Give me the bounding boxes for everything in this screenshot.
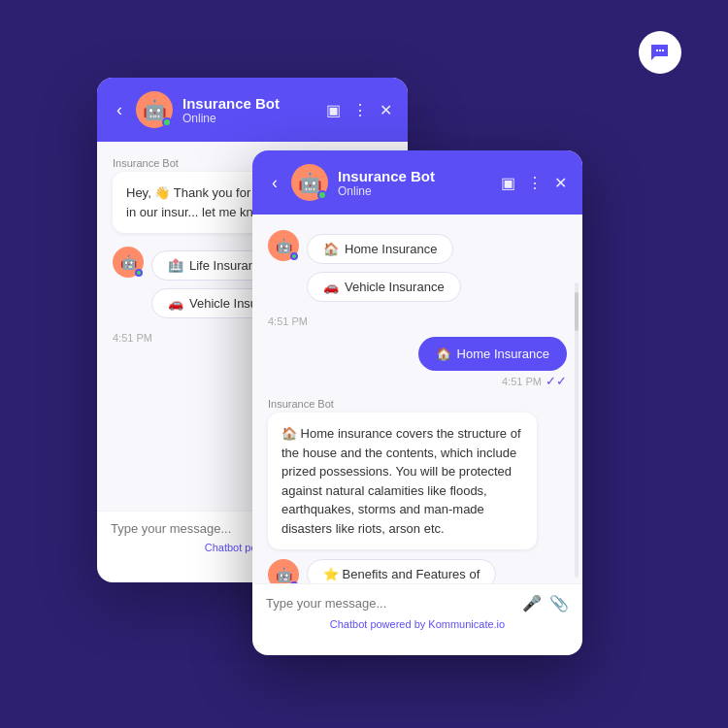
fg-read-receipt: ✓✓ [546,374,567,388]
bg-online-dot-small [135,269,143,277]
fg-benefits-btn[interactable]: ⭐ Benefits and Features of [307,559,496,583]
fg-attachment-icon[interactable]: 📎 [549,594,569,612]
fg-input-row: 🎤 📎 [266,594,569,612]
fg-chat-header: ‹ 🤖 Insurance Bot Online ▣ ⋮ ✕ [252,150,582,215]
fg-chat-body: 🤖 🏠 Home Insurance 🚗 Vehicle Insurance 4… [252,215,582,583]
fg-benefits-row: 🤖 ⭐ Benefits and Features of [268,559,567,583]
fg-bot-status: Online [338,184,491,198]
fg-bot-response-section: Insurance Bot 🏠 Home insurance covers th… [268,398,567,549]
fg-home-insurance-btn[interactable]: 🏠 Home Insurance [307,234,453,264]
chat-icon [648,41,672,64]
fg-vehicle-insurance-btn[interactable]: 🚗 Vehicle Insurance [307,272,461,302]
fg-user-timestamp: 4:51 PM ✓✓ [502,374,567,388]
chat-window-foreground: ‹ 🤖 Insurance Bot Online ▣ ⋮ ✕ 🤖 🏠 Home [252,150,582,655]
bg-bot-name: Insurance Bot [182,95,316,112]
fg-scrollbar-thumb[interactable] [575,292,579,331]
chat-launcher-icon[interactable] [639,31,681,74]
fg-user-message: 🏠 Home Insurance [418,337,567,371]
fg-header-icons: ▣ ⋮ ✕ [501,174,567,192]
bg-header-info: Insurance Bot Online [182,95,316,125]
bg-online-indicator [162,117,172,127]
fg-bot-name: Insurance Bot [338,168,491,184]
svg-rect-0 [656,50,658,51]
fg-benefits-quick-reply: ⭐ Benefits and Features of [307,559,496,583]
fg-close-icon[interactable]: ✕ [554,174,567,192]
fg-scrollbar-track [575,282,579,578]
fg-user-message-row: 🏠 Home Insurance 4:51 PM ✓✓ [268,337,567,388]
fg-mic-icon[interactable]: 🎤 [522,594,542,612]
fg-bot-response-message: 🏠 Home insurance covers the structure of… [268,413,537,549]
fg-bot-avatar: 🤖 [291,164,328,201]
fg-header-info: Insurance Bot Online [338,168,491,198]
bg-more-icon[interactable]: ⋮ [352,101,368,119]
bg-back-button[interactable]: ‹ [113,98,126,122]
bg-bot-avatar: 🤖 [136,91,173,128]
bg-chat-header: ‹ 🤖 Insurance Bot Online ▣ ⋮ ✕ [97,78,408,142]
fg-online-dot-small [290,252,298,260]
fg-video-icon[interactable]: ▣ [501,174,515,192]
fg-input-icons: 🎤 📎 [522,594,569,612]
fg-chat-footer: 🎤 📎 Chatbot powered by Kommunicate.io [252,583,582,640]
fg-more-icon[interactable]: ⋮ [527,174,543,192]
svg-rect-1 [659,50,661,51]
bg-bot-status: Online [182,112,316,125]
fg-powered-by-brand: Kommunicate.io [428,618,505,630]
fg-message-input[interactable] [266,596,514,611]
fg-online-indicator [317,190,327,200]
fg-powered-by: Chatbot powered by Kommunicate.io [266,618,569,630]
bg-close-icon[interactable]: ✕ [380,101,392,119]
fg-timestamp-top: 4:51 PM [268,315,567,327]
fg-back-button[interactable]: ‹ [268,171,281,195]
fg-bot-avatar-small: 🤖 [268,230,299,261]
svg-rect-2 [662,50,664,51]
fg-quick-replies-top: 🏠 Home Insurance 🚗 Vehicle Insurance [307,234,461,302]
bg-bot-avatar-small: 🤖 [113,247,144,278]
bg-video-icon[interactable]: ▣ [326,101,341,119]
bg-header-icons: ▣ ⋮ ✕ [326,101,392,119]
fg-online-dot-small2 [290,581,298,583]
fg-bot-avatar-small2: 🤖 [268,559,299,583]
fg-quick-reply-row: 🤖 🏠 Home Insurance 🚗 Vehicle Insurance [268,230,567,302]
